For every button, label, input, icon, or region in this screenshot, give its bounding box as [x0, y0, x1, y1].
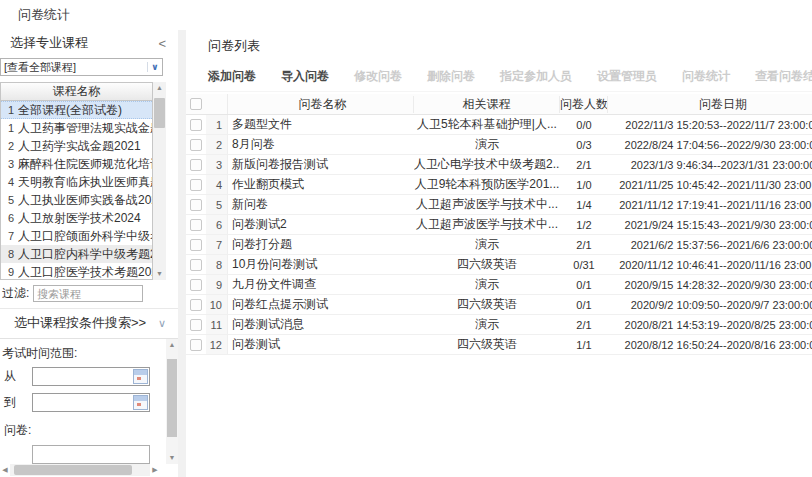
table-row[interactable]: 9 九月份文件调查 演示 0/1 2020/9/15 14:28:32--202… — [186, 275, 812, 295]
table-row[interactable]: 4 作业翻页模式 人卫9轮本科预防医学201... 1/0 2021/11/25… — [186, 175, 812, 195]
row-checkbox[interactable] — [190, 319, 202, 331]
toolbar-button[interactable]: 指定参加人员 — [500, 68, 572, 85]
related-course: 四六级英语 — [414, 296, 560, 313]
course-list-item[interactable]: 4 天明教育临床执业医师真题2024 — [1, 173, 152, 191]
questionnaire-name: 问卷测试2 — [228, 216, 414, 233]
scrollbar-thumb[interactable] — [167, 359, 177, 437]
row-checkbox[interactable] — [190, 199, 202, 211]
scroll-up-icon[interactable]: ▲ — [153, 82, 166, 94]
table-row[interactable]: 10 问卷红点提示测试 四六级英语 0/1 2020/9/2 10:09:50-… — [186, 295, 812, 315]
table-row[interactable]: 1 多题型文件 人卫5轮本科基础护理|人... 0/0 2022/11/3 15… — [186, 115, 812, 135]
course-list-item[interactable]: 8 人卫口腔内科学中级考题2024 — [1, 245, 152, 263]
scroll-left-icon[interactable]: ◀ — [0, 466, 10, 474]
scrollbar-thumb[interactable] — [154, 98, 165, 128]
sidebar-horizontal-scrollbar[interactable]: ◀ ▶ — [0, 464, 178, 477]
course-list-item[interactable]: 3 麻醉科住院医师规范化培训考试 — [1, 155, 152, 173]
from-date-input[interactable] — [32, 367, 150, 386]
course-search-input[interactable] — [33, 285, 143, 302]
row-number: 2 — [206, 135, 228, 154]
calendar-icon[interactable] — [133, 395, 148, 410]
course-list-vertical-scrollbar[interactable]: ▲ ▼ — [153, 82, 166, 280]
scrollbar-thumb[interactable] — [14, 465, 132, 475]
course-row-name: 麻醉科住院医师规范化培训考试 — [18, 155, 152, 173]
row-number: 8 — [206, 255, 228, 274]
toolbar-button[interactable]: 删除问卷 — [427, 68, 475, 85]
questionnaire-date-range: 2020/8/12 16:50:24--2020/8/16 23:00:00 — [608, 339, 812, 351]
course-filter-dropdown[interactable]: [查看全部课程] ∨ — [0, 58, 163, 76]
main-panel-title: 问卷列表 — [208, 37, 260, 55]
course-list-item[interactable]: 6 人卫放射医学技术2024 — [1, 209, 152, 227]
scrollbar-track[interactable] — [153, 94, 166, 268]
questionnaire-list-panel: 问卷列表 添加问卷导入问卷修改问卷删除问卷指定参加人员设置管理员问卷统计查看问卷… — [186, 30, 812, 477]
course-list-item[interactable]: 5 人卫执业医师实践备战2024 — [1, 191, 152, 209]
column-header-course[interactable]: 相关课程 — [414, 96, 560, 113]
toolbar-button[interactable]: 导入问卷 — [281, 68, 329, 85]
row-number: 3 — [206, 155, 228, 174]
table-row[interactable]: 6 问卷测试2 人卫超声波医学与技术中... 1/2 2021/9/24 15:… — [186, 215, 812, 235]
course-list-item[interactable]: 2 人卫药学实战金题2021 — [1, 137, 152, 155]
course-list-item[interactable]: 7 人卫口腔颌面外科学中级考题2024 — [1, 227, 152, 245]
calendar-icon[interactable] — [133, 369, 148, 384]
row-checkbox[interactable] — [190, 139, 202, 151]
row-checkbox[interactable] — [190, 119, 202, 131]
scrollbar-track[interactable] — [10, 464, 150, 476]
row-checkbox[interactable] — [190, 339, 202, 351]
related-course: 人卫9轮本科预防医学201... — [414, 176, 560, 193]
questionnaire-name: 问卷红点提示测试 — [228, 296, 414, 313]
column-header-count[interactable]: 问卷人数 — [560, 96, 608, 113]
toolbar-button[interactable]: 查看问卷结果 — [755, 68, 812, 85]
row-checkbox[interactable] — [190, 279, 202, 291]
related-course: 人卫超声波医学与技术中... — [414, 196, 560, 213]
scrollbar-track[interactable] — [166, 351, 178, 452]
table-row[interactable]: 7 问卷打分题 演示 2/1 2021/6/2 15:37:56--2021/6… — [186, 235, 812, 255]
row-checkbox[interactable] — [190, 179, 202, 191]
dropdown-arrow-icon[interactable]: ∨ — [147, 62, 162, 72]
toolbar-button[interactable]: 添加问卷 — [208, 68, 256, 85]
row-checkbox[interactable] — [190, 159, 202, 171]
collapse-panel-icon[interactable]: < — [158, 36, 166, 51]
scroll-down-icon[interactable]: ▼ — [153, 268, 166, 280]
row-number: 11 — [206, 315, 228, 334]
scroll-up-icon[interactable]: ▲ — [169, 339, 176, 351]
participant-count: 2/1 — [560, 239, 608, 251]
questionnaire-toolbar: 添加问卷导入问卷修改问卷删除问卷指定参加人员设置管理员问卷统计查看问卷结果分组统… — [186, 62, 812, 92]
table-row[interactable]: 12 问卷测试 四六级英语 1/1 2020/8/12 16:50:24--20… — [186, 335, 812, 355]
course-row-number: 8 — [1, 245, 18, 263]
course-list-item[interactable]: 9 人卫口腔医学技术考题2024 — [1, 263, 152, 280]
participant-count: 1/1 — [560, 339, 608, 351]
toolbar-button[interactable]: 修改问卷 — [354, 68, 402, 85]
advanced-search-form: 考试时间范围: 从 到 问卷: ▲ — [0, 338, 178, 464]
questionnaire-name: 九月份文件调查 — [228, 276, 414, 293]
row-checkbox[interactable] — [190, 239, 202, 251]
scroll-down-icon[interactable]: ▼ — [169, 452, 176, 464]
participant-count: 0/0 — [560, 119, 608, 131]
course-list-item[interactable]: 1 人卫药事管理法规实战金题2021 — [1, 119, 152, 137]
row-checkbox[interactable] — [190, 259, 202, 271]
table-row[interactable]: 11 问卷测试消息 演示 2/1 2020/8/21 14:53:19--202… — [186, 315, 812, 335]
course-row-name: 人卫执业医师实践备战2024 — [18, 191, 152, 209]
row-checkbox[interactable] — [190, 219, 202, 231]
row-checkbox[interactable] — [190, 299, 202, 311]
participant-count: 0/31 — [560, 259, 608, 271]
time-range-label: 考试时间范围: — [2, 345, 166, 362]
questionnaire-name-input[interactable] — [32, 445, 150, 464]
form-vertical-scrollbar[interactable]: ▲ ▼ — [166, 339, 178, 464]
table-row[interactable]: 2 8月问卷 演示 0/3 2022/8/24 17:04:56--2022/9… — [186, 135, 812, 155]
to-label: 到 — [2, 394, 32, 411]
to-date-input[interactable] — [32, 393, 150, 412]
course-row-number: 6 — [1, 209, 18, 227]
column-header-date[interactable]: 问卷日期 — [608, 96, 812, 113]
advanced-search-header[interactable]: 选中课程按条件搜索>> ∨ — [0, 308, 178, 338]
table-row[interactable]: 3 新版问卷报告测试 人卫心电学技术中级考题2... 2/1 2023/1/3 … — [186, 155, 812, 175]
chevron-down-icon[interactable]: ∨ — [158, 317, 166, 330]
select-all-checkbox[interactable] — [190, 98, 202, 110]
course-list-column-header: 课程名称 — [1, 83, 152, 101]
table-row[interactable]: 8 10月份问卷测试 四六级英语 0/31 2020/11/12 10:46:4… — [186, 255, 812, 275]
table-row[interactable]: 5 新问卷 人卫超声波医学与技术中... 1/4 2021/11/12 17:1… — [186, 195, 812, 215]
course-list-item[interactable]: 1 全部课程(全部试卷) — [1, 101, 152, 119]
toolbar-button[interactable]: 设置管理员 — [597, 68, 657, 85]
toolbar-button[interactable]: 问卷统计 — [682, 68, 730, 85]
column-header-name[interactable]: 问卷名称 — [228, 96, 414, 113]
questionnaire-date-range: 2021/9/24 15:15:43--2021/9/30 23:00:00 — [608, 219, 812, 231]
scroll-right-icon[interactable]: ▶ — [150, 466, 160, 474]
